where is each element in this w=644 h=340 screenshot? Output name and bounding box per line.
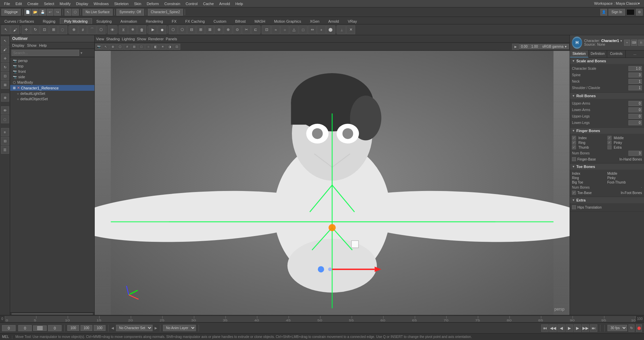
search-input[interactable] [12,50,79,56]
vp-grid-btn[interactable]: # [124,44,131,50]
upper-legs-input[interactable] [628,114,642,119]
auto-key-btn[interactable]: ⬤ [636,324,642,332]
tab-sculpting[interactable]: Sculpting [92,18,116,24]
finger-base-checkbox[interactable] [572,157,576,161]
hide-lp-btn[interactable]: ◌ [1,115,9,123]
loop-btn[interactable]: ↻ [628,324,635,332]
rp-tab-controls[interactable]: Controls [607,50,626,58]
menu-edit[interactable]: Edit [13,2,25,6]
spine-input[interactable] [628,72,642,78]
mirror-btn[interactable]: ⇔ [308,25,317,34]
quad-draw-btn[interactable]: ⊡ [262,25,271,34]
vp-wireframe-btn[interactable]: □ [138,44,145,50]
tab-curves-surfaces[interactable]: Curves / Surfaces [0,18,38,24]
upper-arms-input[interactable] [628,101,642,106]
shoulder-input[interactable] [628,85,642,90]
x-icon[interactable]: ✕ [346,25,355,34]
bevel-btn[interactable]: ⬠ [178,25,187,34]
select-tool-icon[interactable]: ↖ [65,9,71,16]
menu-control[interactable]: Control [183,2,200,6]
move-tool-btn[interactable]: ✛ [22,25,30,34]
show-hide-btn[interactable]: 👁 [108,25,117,34]
rp-tab-definition[interactable]: Definition [589,50,607,58]
vp-shadow-btn[interactable]: ◑ [166,44,173,50]
tab-vray[interactable]: VRay [343,18,361,24]
soft-mod-btn[interactable]: ◌ [58,25,67,34]
paint-lp-btn[interactable]: 🖌 [1,45,9,54]
outliner-menu-help[interactable]: Help [39,43,47,47]
render-btn[interactable]: ▶ [148,25,157,34]
vp-camera-btn[interactable]: 📷 [95,44,102,50]
extra-checkbox[interactable] [607,145,612,149]
menu-skin[interactable]: Skin [131,2,144,6]
history-btn[interactable]: ⧖ [119,25,128,34]
middle-checkbox[interactable] [607,136,612,140]
pinky-checkbox[interactable] [607,141,612,145]
multicut-btn[interactable]: ✂ [242,25,251,34]
snap-curve-btn[interactable]: ⌒ [88,25,96,34]
current-frame-input[interactable] [2,325,16,331]
lower-legs-input[interactable] [628,120,642,125]
render-settings-icon[interactable]: ⚙ [636,9,643,16]
separate-btn[interactable]: ⊠ [205,25,214,34]
range-val-input[interactable] [94,325,106,331]
vp-menu-show[interactable]: Show [137,37,146,41]
roll-bones-header[interactable]: ▼ Roll Bones [570,93,644,99]
vp-renderer-btn[interactable]: ▶ [512,44,519,50]
universal-lp-btn[interactable]: ⊞ [1,81,9,89]
symmetry-btn[interactable]: Symmetry: Off [116,9,144,16]
go-start-btn[interactable]: ⏮ [541,324,549,332]
status-message-input[interactable] [15,335,642,339]
tab-poly-modeling[interactable]: Poly Modeling [60,18,92,24]
rotate-tool-btn[interactable]: ↻ [31,25,40,34]
vp-menu-panels[interactable]: Panels [166,37,177,41]
delete-history-btn[interactable]: 🗑 [137,25,146,34]
sign-in-btn[interactable]: Sign In [608,9,625,16]
play-btn[interactable]: ▶ [566,324,573,332]
open-scene-icon[interactable]: 📂 [32,9,39,16]
vp-menu-shading[interactable]: Shading [106,37,120,41]
vp-lights-btn[interactable]: ☀ [159,44,166,50]
snap-lp-btn[interactable]: ⊕ [1,93,9,102]
menu-deform[interactable]: Deform [144,2,162,6]
hips-translation-checkbox[interactable] [572,205,576,209]
ring-checkbox[interactable] [572,141,576,145]
paint-select-btn[interactable]: 🖌 [10,25,19,34]
fill-hole-btn[interactable]: ⬤ [326,25,335,34]
scale-tool-btn[interactable]: ⊡ [40,25,49,34]
snap-point-btn[interactable]: ⊕ [69,25,78,34]
lower-arms-input[interactable] [628,107,642,112]
ol-default-object-set[interactable]: ○ defaultObjectSet [10,96,94,102]
new-scene-icon[interactable]: 📄 [24,9,31,16]
undo-icon[interactable]: ↩ [47,9,53,16]
finger-num-bones-input[interactable] [628,151,642,156]
menu-help[interactable]: Help [233,2,246,6]
tab-bifrost[interactable]: Bifrost [231,18,250,24]
vp-menu-renderer[interactable]: Renderer [148,37,164,41]
workspace-selector[interactable]: Workspace : Maya Classic▾ [592,1,643,6]
tab-xgen[interactable]: XGen [305,18,324,24]
rp-tab-skeleton[interactable]: Skeleton [570,50,589,58]
vp-select-btn[interactable]: ↖ [102,44,109,50]
extrude-btn[interactable]: ⬡ [169,25,178,34]
rp-tab-more[interactable]: ... [626,50,644,58]
tab-mash[interactable]: MASH [250,18,270,24]
vp-menu-view[interactable]: View [96,37,104,41]
snap-grid-btn[interactable]: # [78,25,87,34]
index-checkbox[interactable] [572,136,576,140]
scale-lp-btn[interactable]: ⊡ [1,72,9,80]
menu-select[interactable]: Select [41,2,57,6]
select-lp-btn[interactable]: ↖ [1,37,9,45]
ol-front[interactable]: 📷 front [10,69,94,74]
frame-value-input[interactable] [18,325,32,331]
vp-texture-btn[interactable]: ◧ [152,44,159,50]
tab-fx[interactable]: FX [167,18,181,24]
lasso-icon[interactable]: ⬡ [72,9,79,16]
select-tool-btn[interactable]: ↖ [1,25,10,34]
target-weld-btn[interactable]: ⊙ [233,25,242,34]
character-set-btn[interactable]: Character1_Spine2 [148,9,183,16]
freeze-btn[interactable]: ❄ [128,25,137,34]
attr-lp-btn[interactable]: ⊟ [1,137,9,145]
range-start-input[interactable] [67,325,79,331]
combine-btn[interactable]: ⊞ [196,25,205,34]
